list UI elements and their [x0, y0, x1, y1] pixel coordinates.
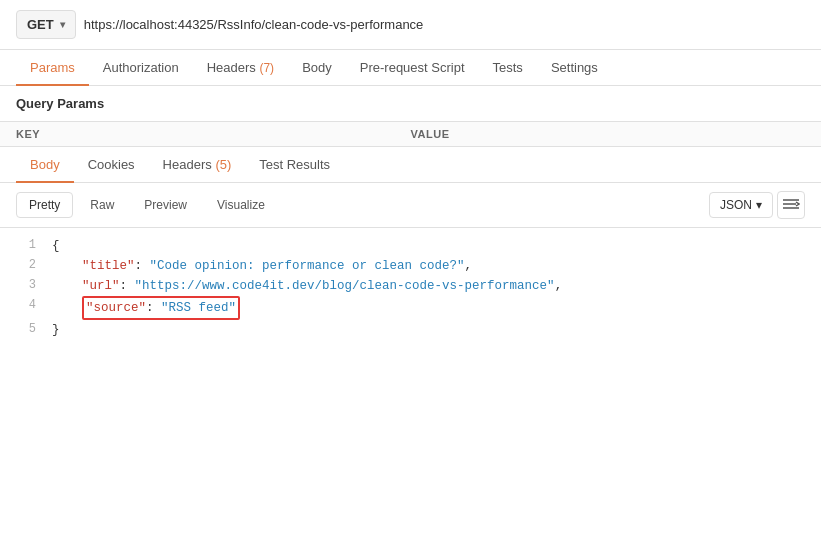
- response-tab-cookies[interactable]: Cookies: [74, 147, 149, 182]
- code-line-5: 5 }: [0, 320, 821, 340]
- line-content-2: "title": "Code opinion: performance or c…: [52, 256, 805, 276]
- query-params-title: Query Params: [0, 86, 821, 122]
- format-raw-button[interactable]: Raw: [77, 192, 127, 218]
- method-label: GET: [27, 17, 54, 32]
- response-tabs: Body Cookies Headers (5) Test Results: [0, 147, 821, 183]
- response-tab-headers[interactable]: Headers (5): [149, 147, 246, 182]
- format-preview-button[interactable]: Preview: [131, 192, 200, 218]
- format-bar: Pretty Raw Preview Visualize JSON ▾: [0, 183, 821, 228]
- tab-body[interactable]: Body: [288, 50, 346, 85]
- line-number-1: 1: [16, 236, 52, 256]
- tab-params[interactable]: Params: [16, 50, 89, 85]
- chevron-down-icon: ▾: [60, 19, 65, 30]
- code-line-3: 3 "url": "https://www.code4it.dev/blog/c…: [0, 276, 821, 296]
- json-chevron-icon: ▾: [756, 198, 762, 212]
- tab-prerequest[interactable]: Pre-request Script: [346, 50, 479, 85]
- value-column-header: VALUE: [411, 128, 806, 140]
- tab-settings[interactable]: Settings: [537, 50, 612, 85]
- tab-authorization[interactable]: Authorization: [89, 50, 193, 85]
- key-column-header: KEY: [16, 128, 411, 140]
- line-number-3: 3: [16, 276, 52, 296]
- line-content-1: {: [52, 236, 805, 256]
- line-content-5: }: [52, 320, 805, 340]
- params-table-header: KEY VALUE: [0, 122, 821, 147]
- code-line-1: 1 {: [0, 236, 821, 256]
- response-code-body: 1 { 2 "title": "Code opinion: performanc…: [0, 228, 821, 348]
- method-dropdown[interactable]: GET ▾: [16, 10, 76, 39]
- code-line-2: 2 "title": "Code opinion: performance or…: [0, 256, 821, 276]
- line-number-4: 4: [16, 296, 52, 320]
- code-line-4: 4 "source": "RSS feed": [0, 296, 821, 320]
- line-content-4: "source": "RSS feed": [52, 296, 805, 320]
- request-tabs: Params Authorization Headers (7) Body Pr…: [0, 50, 821, 86]
- tab-headers[interactable]: Headers (7): [193, 50, 288, 85]
- wrap-icon[interactable]: [777, 191, 805, 219]
- tab-tests[interactable]: Tests: [479, 50, 537, 85]
- response-tab-body[interactable]: Body: [16, 147, 74, 182]
- json-format-selector[interactable]: JSON ▾: [709, 192, 773, 218]
- line-number-2: 2: [16, 256, 52, 276]
- json-format-label: JSON: [720, 198, 752, 212]
- url-bar: GET ▾: [0, 0, 821, 50]
- format-visualize-button[interactable]: Visualize: [204, 192, 278, 218]
- url-input[interactable]: [84, 13, 805, 36]
- line-number-5: 5: [16, 320, 52, 340]
- format-pretty-button[interactable]: Pretty: [16, 192, 73, 218]
- response-tab-testresults[interactable]: Test Results: [245, 147, 344, 182]
- line-content-3: "url": "https://www.code4it.dev/blog/cle…: [52, 276, 805, 296]
